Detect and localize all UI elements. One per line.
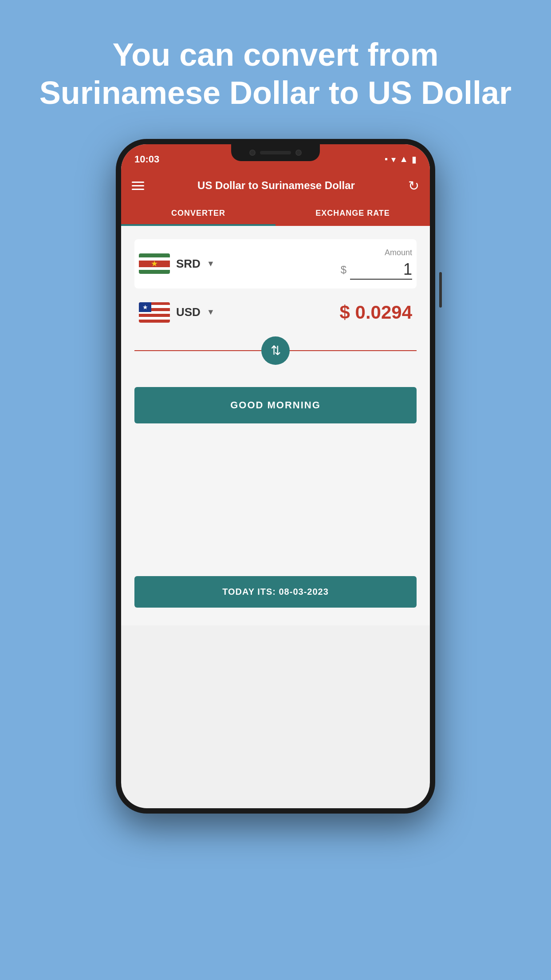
from-currency-dropdown[interactable]: ▼ <box>207 259 215 269</box>
result-amount: $ 0.0294 <box>340 302 413 323</box>
tab-converter[interactable]: CONVERTER <box>121 201 276 226</box>
swap-arrows-icon: ⇅ <box>271 343 281 358</box>
usd-stripe-5 <box>139 314 170 317</box>
today-date-button[interactable]: TODAY ITS: 08-03-2023 <box>134 576 417 608</box>
to-currency-left: ★ USD ▼ <box>139 302 215 323</box>
phone-notch <box>231 144 320 161</box>
app-title: US Dollar to Surinamese Dollar <box>144 179 408 192</box>
to-currency-row: ★ USD ▼ $ 0.0294 <box>134 293 417 328</box>
status-time: 10:03 <box>134 154 159 165</box>
battery-icon: ▮ <box>412 154 417 165</box>
usd-stripe-7 <box>139 320 170 323</box>
divider-line-right <box>290 350 417 351</box>
amount-section: Amount $ <box>341 248 412 280</box>
headline-text: You can convert from Surinamese Dollar t… <box>0 0 551 139</box>
signal-icon: ▲ <box>399 154 408 164</box>
usd-flag: ★ <box>139 302 170 323</box>
usd-canton: ★ <box>139 302 151 312</box>
phone-screen: 10:03 ▪ ▾ ▲ ▮ US <box>121 144 430 808</box>
divider-row: ⇅ <box>134 336 417 365</box>
wifi-icon: ▾ <box>391 154 396 165</box>
from-currency-code: SRD <box>176 257 201 271</box>
to-currency-dropdown[interactable]: ▼ <box>207 308 215 317</box>
good-morning-button[interactable]: GOOD MORNING <box>134 387 417 423</box>
menu-line-2 <box>132 185 144 186</box>
flag-stripe-1 <box>139 253 170 257</box>
camera-right <box>295 150 302 156</box>
tab-exchange-rate[interactable]: EXCHANGE RATE <box>276 201 430 226</box>
to-currency-code: USD <box>176 305 201 319</box>
suriname-flag: ★ <box>139 253 170 274</box>
tab-bar: CONVERTER EXCHANGE RATE <box>121 201 430 226</box>
flag-stripe-3: ★ <box>139 261 170 267</box>
volume-button <box>439 272 442 308</box>
usd-star: ★ <box>142 304 148 311</box>
flag-star: ★ <box>151 259 158 269</box>
menu-line-1 <box>132 182 144 183</box>
speaker <box>260 151 291 154</box>
from-currency-row: ★ SRD ▼ Amount $ <box>134 239 417 288</box>
amount-input[interactable] <box>350 260 412 280</box>
phone-wrapper: 10:03 ▪ ▾ ▲ ▮ US <box>107 139 444 980</box>
menu-line-3 <box>132 189 144 190</box>
from-dollar-sign: $ <box>341 264 346 276</box>
status-icons: ▪ ▾ ▲ ▮ <box>385 154 417 165</box>
sim-icon: ▪ <box>385 154 388 164</box>
menu-button[interactable] <box>132 182 144 190</box>
swap-button[interactable]: ⇅ <box>261 336 290 365</box>
camera-left <box>249 150 256 156</box>
flag-stripe-5 <box>139 270 170 274</box>
from-currency-left: ★ SRD ▼ <box>139 253 215 274</box>
refresh-button[interactable]: ↻ <box>408 178 419 194</box>
amount-label: Amount <box>341 248 412 257</box>
app-header: US Dollar to Surinamese Dollar ↻ <box>121 171 430 201</box>
divider-line-left <box>134 350 261 351</box>
amount-row: $ <box>341 260 412 280</box>
usd-stripe-6 <box>139 317 170 320</box>
phone-outer: 10:03 ▪ ▾ ▲ ▮ US <box>116 139 435 814</box>
content-area: ★ SRD ▼ Amount $ <box>121 226 430 625</box>
